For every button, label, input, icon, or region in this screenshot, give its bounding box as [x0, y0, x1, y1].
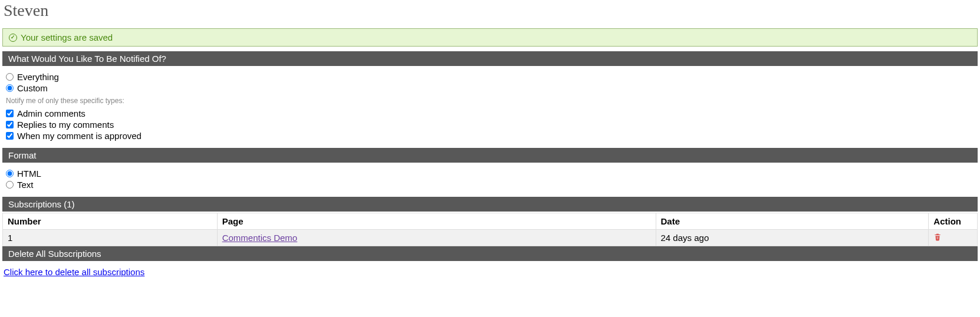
col-number-header: Number: [3, 213, 218, 230]
check-approved-label: When my comment is approved: [17, 131, 142, 141]
notify-hint: Notify me of only these specific types:: [6, 97, 974, 105]
check-admin[interactable]: [6, 110, 14, 117]
check-approved[interactable]: [6, 132, 14, 140]
trash-icon[interactable]: [933, 233, 942, 243]
check-replies-label: Replies to my comments: [17, 120, 114, 130]
radio-everything[interactable]: [6, 73, 14, 81]
subscription-page-link[interactable]: Commentics Demo: [222, 233, 298, 243]
check-replies-row[interactable]: Replies to my comments: [6, 120, 974, 130]
col-date-header: Date: [656, 213, 929, 230]
subscriptions-section-header: Subscriptions (1): [2, 197, 978, 212]
table-header-row: Number Page Date Action: [3, 213, 978, 230]
cell-date: 24 days ago: [656, 230, 929, 246]
radio-everything-label: Everything: [17, 72, 59, 82]
notify-section-header: What Would You Like To Be Notified Of?: [2, 51, 978, 66]
notify-section-body: Everything Custom Notify me of only thes…: [2, 66, 978, 148]
check-admin-label: Admin comments: [17, 108, 85, 118]
table-row: 1 Commentics Demo 24 days ago: [3, 230, 978, 246]
radio-text-row[interactable]: Text: [6, 180, 974, 190]
alert-message: Your settings are saved: [21, 32, 113, 42]
cell-action: [929, 230, 978, 246]
delete-all-section-header: Delete All Subscriptions: [2, 246, 978, 261]
radio-custom[interactable]: [6, 84, 14, 92]
check-replies[interactable]: [6, 121, 14, 128]
delete-all-link[interactable]: Click here to delete all subscriptions: [4, 267, 144, 277]
subscriptions-table: Number Page Date Action 1 Commentics Dem…: [2, 213, 978, 246]
radio-custom-row[interactable]: Custom: [6, 83, 974, 93]
alert-success: ✓ Your settings are saved: [2, 28, 978, 47]
radio-text[interactable]: [6, 181, 14, 189]
format-section-header: Format: [2, 148, 978, 163]
check-approved-row[interactable]: When my comment is approved: [6, 131, 974, 141]
radio-everything-row[interactable]: Everything: [6, 72, 974, 82]
cell-page: Commentics Demo: [217, 230, 656, 246]
radio-html-label: HTML: [17, 169, 41, 179]
page-title: Steven: [4, 1, 978, 20]
check-circle-icon: ✓: [9, 34, 17, 42]
col-page-header: Page: [217, 213, 656, 230]
radio-text-label: Text: [17, 180, 34, 190]
radio-html-row[interactable]: HTML: [6, 169, 974, 179]
radio-custom-label: Custom: [17, 83, 48, 93]
format-section-body: HTML Text: [2, 163, 978, 197]
check-admin-row[interactable]: Admin comments: [6, 108, 974, 118]
col-action-header: Action: [929, 213, 978, 230]
cell-number: 1: [3, 230, 218, 246]
radio-html[interactable]: [6, 170, 14, 177]
